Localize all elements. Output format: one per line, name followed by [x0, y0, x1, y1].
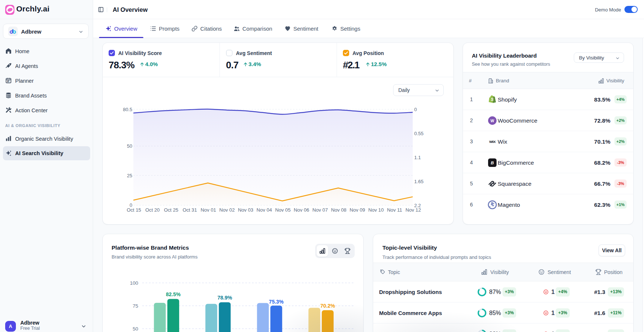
svg-text:Nov 12: Nov 12 [406, 207, 421, 213]
svg-text:1.1: 1.1 [414, 155, 421, 160]
svg-text:82.5%: 82.5% [166, 291, 181, 297]
svg-text:Nov 07: Nov 07 [313, 207, 328, 213]
svg-text:Oct 31: Oct 31 [183, 207, 197, 213]
svg-text:27: 27 [7, 80, 9, 82]
svg-text:Nov 09: Nov 09 [350, 207, 365, 213]
svg-text:Nov 05: Nov 05 [275, 207, 291, 213]
svg-text:Nov 10: Nov 10 [368, 207, 384, 213]
svg-text:Nov 08: Nov 08 [331, 207, 347, 213]
svg-text:Nov 01: Nov 01 [201, 207, 216, 213]
svg-text:25: 25 [127, 173, 132, 178]
svg-text:75: 75 [133, 303, 138, 309]
svg-text:70.2%: 70.2% [320, 303, 335, 309]
svg-text:50: 50 [127, 143, 132, 149]
svg-text:W: W [491, 119, 494, 123]
svg-text:S: S [491, 97, 494, 102]
svg-text:B: B [491, 161, 494, 165]
svg-text:100: 100 [130, 280, 138, 286]
svg-text:Nov 02: Nov 02 [219, 207, 235, 213]
svg-text:Nov 06: Nov 06 [294, 207, 309, 213]
svg-text:Oct 25: Oct 25 [164, 207, 178, 213]
svg-text:78.9%: 78.9% [217, 295, 232, 301]
svg-text:0.55: 0.55 [414, 131, 423, 136]
svg-text:Oct 20: Oct 20 [145, 207, 160, 213]
svg-text:80.5: 80.5 [123, 107, 132, 112]
svg-text:50: 50 [133, 326, 138, 332]
svg-text:WIX: WIX [489, 140, 496, 144]
svg-text:Nov 04: Nov 04 [256, 207, 272, 213]
svg-text:Oct 15: Oct 15 [127, 207, 141, 213]
svg-text:0: 0 [414, 107, 417, 112]
svg-text:Nov 11: Nov 11 [387, 207, 402, 213]
svg-text:1.65: 1.65 [414, 179, 423, 184]
svg-text:75.3%: 75.3% [269, 299, 284, 305]
svg-text:Nov 03: Nov 03 [238, 207, 253, 213]
